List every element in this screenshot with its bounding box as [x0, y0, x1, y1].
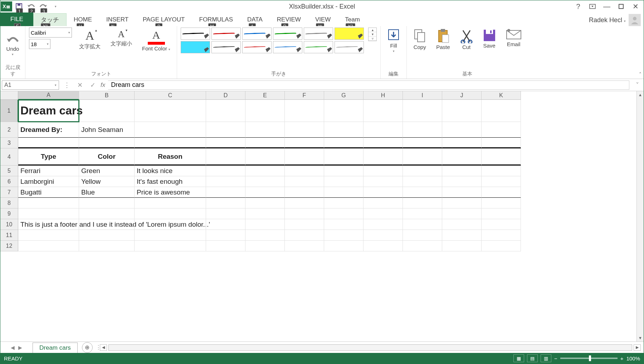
qat-save-button[interactable]: 1 — [13, 1, 25, 12]
cell[interactable] — [442, 138, 482, 148]
cell[interactable] — [364, 176, 403, 187]
tab-home[interactable]: HOME H — [67, 13, 99, 26]
select-all-button[interactable] — [0, 91, 18, 100]
scroll-left-button[interactable]: ◀ — [100, 344, 107, 351]
row-header-8[interactable]: 8 — [0, 198, 18, 208]
zoom-level[interactable]: 100% — [626, 355, 640, 361]
cell-A10[interactable]: This is just a footer and I use it inste… — [18, 219, 79, 230]
sheet-tab-dream-cars[interactable]: Dream cars — [33, 343, 78, 353]
ribbon-display-options-button[interactable] — [587, 1, 598, 12]
pen-gallery-expand[interactable]: ▴▾▿ — [368, 28, 377, 41]
cell[interactable] — [135, 208, 206, 219]
cell[interactable] — [482, 208, 521, 219]
cell[interactable] — [364, 208, 403, 219]
scroll-up-button[interactable]: ▲ — [637, 91, 644, 98]
formula-bar-more[interactable]: ⋮ — [62, 81, 72, 89]
row-header-7[interactable]: 7 — [0, 187, 18, 198]
user-avatar-icon[interactable] — [629, 14, 641, 26]
column-header-I[interactable]: I — [403, 91, 442, 100]
cell[interactable] — [206, 166, 245, 176]
fx-label[interactable]: fx — [101, 82, 105, 89]
cell-B7[interactable]: Blue — [79, 187, 135, 198]
vertical-scrollbar[interactable]: ▲ ▼ — [636, 91, 644, 341]
view-page-break-button[interactable]: ▥ — [541, 354, 551, 362]
cell[interactable] — [324, 219, 364, 230]
cell[interactable] — [364, 166, 403, 176]
cell[interactable] — [442, 208, 482, 219]
qat-undo-button[interactable]: 2 — [25, 1, 37, 12]
cell[interactable] — [364, 187, 403, 198]
cell[interactable] — [79, 208, 135, 219]
cell[interactable] — [285, 198, 324, 208]
collapse-ribbon-button[interactable]: ˄ — [639, 72, 641, 77]
cell[interactable] — [324, 241, 364, 251]
row-header-4[interactable]: 4 — [0, 148, 18, 166]
cell[interactable] — [18, 198, 79, 208]
pen-red-thin[interactable] — [242, 41, 272, 53]
tab-data[interactable]: DATA A — [240, 13, 270, 26]
cell[interactable] — [324, 187, 364, 198]
pen-blue[interactable] — [242, 28, 272, 40]
cell[interactable] — [442, 176, 482, 187]
cell[interactable] — [245, 166, 285, 176]
cell[interactable] — [285, 241, 324, 251]
highlighter-cyan[interactable] — [181, 41, 210, 53]
scroll-right-button[interactable]: ▶ — [634, 344, 641, 351]
zoom-out-button[interactable]: − — [554, 355, 557, 361]
pen-gray[interactable] — [304, 28, 333, 40]
row-header-12[interactable]: 12 — [0, 241, 18, 251]
cell[interactable] — [442, 230, 482, 241]
tab-insert[interactable]: INSERT N — [99, 13, 136, 26]
cell[interactable] — [79, 198, 135, 208]
cell-B2[interactable]: John Seaman — [79, 122, 135, 138]
account-user-name[interactable]: Radek Hecl ▾ — [589, 16, 626, 24]
cell[interactable] — [403, 219, 442, 230]
cell-A3[interactable] — [18, 138, 79, 148]
cell[interactable] — [442, 219, 482, 230]
cell[interactable] — [403, 166, 442, 176]
font-color-button[interactable]: A Font Color ▾ — [139, 28, 173, 53]
cell-B4[interactable]: Color — [79, 148, 135, 166]
horizontal-scrollbar[interactable] — [108, 344, 632, 351]
pen-gray-thin[interactable] — [335, 41, 364, 53]
cell[interactable] — [324, 230, 364, 241]
cell[interactable] — [403, 198, 442, 208]
cell[interactable] — [403, 148, 442, 166]
cell[interactable] — [206, 219, 245, 230]
save-button[interactable]: Save — [480, 28, 499, 50]
cell[interactable] — [403, 100, 442, 122]
cell-C7[interactable]: Price is awesome — [135, 187, 206, 198]
cell[interactable] — [364, 241, 403, 251]
column-header-G[interactable]: G — [324, 91, 364, 100]
cancel-edit-button[interactable]: ✕ — [75, 81, 85, 89]
cell[interactable] — [245, 219, 285, 230]
cell-B1[interactable] — [79, 100, 135, 122]
cell[interactable] — [364, 198, 403, 208]
pen-black[interactable] — [181, 28, 210, 40]
cell[interactable] — [442, 122, 482, 138]
cell[interactable] — [285, 176, 324, 187]
cell[interactable] — [324, 138, 364, 148]
cell[interactable] — [135, 198, 206, 208]
cell[interactable] — [442, 187, 482, 198]
column-header-H[interactable]: H — [364, 91, 403, 100]
qat-redo-button[interactable]: 3 — [38, 1, 49, 12]
cell[interactable] — [442, 241, 482, 251]
close-button[interactable]: ✕ — [630, 1, 641, 12]
cell-C2[interactable] — [135, 122, 206, 138]
name-box[interactable]: A1▾ — [2, 80, 59, 90]
tab-file[interactable]: FILE F — [0, 13, 33, 26]
row-header-3[interactable]: 3 — [0, 138, 18, 148]
cell[interactable] — [364, 219, 403, 230]
pen-red[interactable] — [211, 28, 241, 40]
cell-A2[interactable]: Dreamed By: — [18, 122, 79, 138]
cell[interactable] — [403, 241, 442, 251]
sheet-nav-prev[interactable]: ◀ — [11, 345, 15, 350]
cell[interactable] — [18, 241, 79, 251]
cell[interactable] — [285, 122, 324, 138]
cell[interactable] — [442, 166, 482, 176]
cell[interactable] — [245, 176, 285, 187]
cell[interactable] — [135, 138, 206, 148]
cell[interactable] — [482, 138, 521, 148]
cell[interactable] — [206, 187, 245, 198]
